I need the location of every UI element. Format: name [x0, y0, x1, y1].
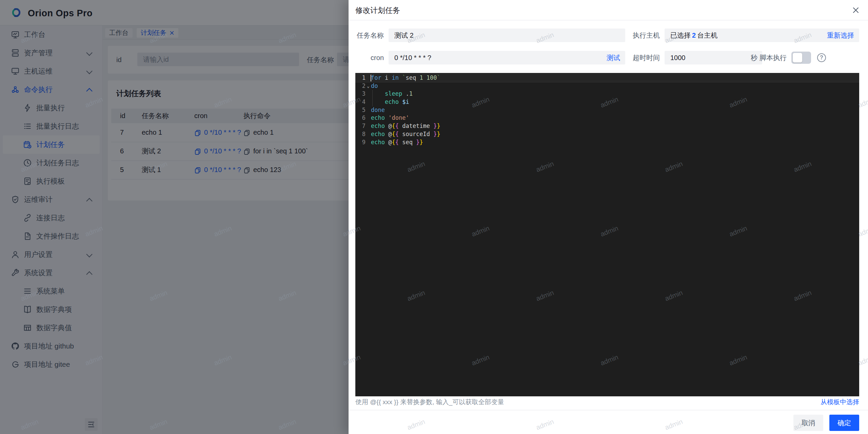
- command-code-editor[interactable]: 1for i in `seq 1 100`2⌄do3 sleep .14 ech…: [355, 73, 859, 396]
- line-number: 3: [355, 90, 366, 98]
- task-name-label: 任务名称: [355, 29, 384, 42]
- script-exec-label: 脚本执行: [760, 51, 787, 64]
- cancel-button[interactable]: 取消: [793, 415, 823, 431]
- editor-hint: 使用 @{{ xxx }} 来替换参数, 输入_可以获取全部变量: [355, 398, 504, 407]
- indent-guide: [372, 98, 373, 106]
- line-number: 6: [355, 114, 366, 122]
- help-icon[interactable]: ?: [817, 53, 826, 62]
- code-line-2: 2⌄do: [355, 82, 859, 90]
- timeout-label: 超时时间: [633, 51, 660, 64]
- host-count: 2: [691, 32, 697, 39]
- code-line-7: 7echo @{{ datetime }}: [355, 122, 859, 130]
- code-line-3: 3 sleep .1: [355, 90, 859, 98]
- host-selected-field[interactable]: 已选择2台主机 重新选择: [665, 29, 859, 42]
- code-line-5: 5done: [355, 106, 859, 114]
- reselect-hosts-link[interactable]: 重新选择: [827, 29, 854, 42]
- cron-label: cron: [355, 51, 384, 64]
- code-line-6: 6echo 'done': [355, 114, 859, 122]
- edit-cron-task-drawer: 修改计划任务 任务名称 测试 2 执行主机 已选择2台主机 重新选择 cron …: [349, 0, 868, 434]
- cron-input[interactable]: 0 */10 * * * ? 测试: [389, 51, 625, 64]
- line-number: 4: [355, 98, 366, 106]
- task-name-input[interactable]: 测试 2: [389, 29, 625, 42]
- line-number: 7: [355, 122, 366, 130]
- footer-divider: [349, 410, 868, 410]
- code-line-4: 4 echo $i: [355, 98, 859, 106]
- indent-guide: [372, 90, 373, 98]
- code-line-1: 1for i in `seq 1 100`: [355, 74, 859, 82]
- close-icon[interactable]: [851, 5, 861, 15]
- screen: Orion Ops Pro 工作台资产管理主机运维命令执行批量执行批量执行日志计…: [0, 0, 868, 434]
- line-number: 2: [355, 82, 366, 90]
- timeout-unit: 秒: [751, 51, 757, 64]
- line-number: 8: [355, 130, 366, 138]
- line-number: 1: [355, 74, 366, 82]
- code-line-9: 9echo @{{ seq }}: [355, 138, 859, 147]
- line-number: 9: [355, 138, 366, 147]
- host-label: 执行主机: [633, 29, 660, 42]
- timeout-input[interactable]: 1000 秒: [665, 51, 762, 64]
- fold-chevron-icon[interactable]: ⌄: [366, 82, 371, 90]
- select-from-template-link[interactable]: 从模板中选择: [821, 398, 859, 407]
- ok-button[interactable]: 确定: [829, 415, 859, 431]
- code-line-8: 8echo @{{ sourceId }}: [355, 130, 859, 138]
- line-number: 5: [355, 106, 366, 114]
- script-exec-toggle[interactable]: [791, 52, 811, 64]
- drawer-title: 修改计划任务: [355, 5, 400, 16]
- cron-test-link[interactable]: 测试: [607, 51, 620, 64]
- drawer-divider: [349, 20, 868, 20]
